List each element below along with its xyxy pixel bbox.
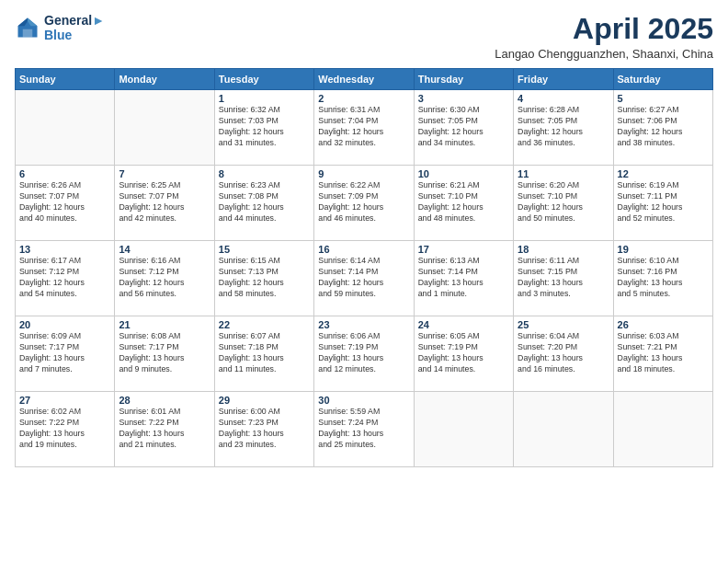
day-number: 7 [119, 168, 210, 179]
col-saturday: Saturday [613, 69, 712, 90]
table-row: 28Sunrise: 6:01 AM Sunset: 7:22 PM Dayli… [115, 392, 214, 467]
table-row: 30Sunrise: 5:59 AM Sunset: 7:24 PM Dayli… [314, 392, 414, 467]
table-row: 19Sunrise: 6:10 AM Sunset: 7:16 PM Dayli… [613, 241, 712, 316]
month-title: April 2025 [495, 13, 713, 45]
table-row: 12Sunrise: 6:19 AM Sunset: 7:11 PM Dayli… [613, 166, 712, 241]
day-number: 21 [119, 319, 210, 330]
day-info: Sunrise: 6:27 AM Sunset: 7:06 PM Dayligh… [618, 105, 709, 149]
calendar-week-1: 1Sunrise: 6:32 AM Sunset: 7:03 PM Daylig… [16, 90, 713, 166]
day-number: 10 [418, 168, 509, 179]
table-row [613, 392, 712, 467]
table-row: 7Sunrise: 6:25 AM Sunset: 7:07 PM Daylig… [115, 166, 214, 241]
table-row: 9Sunrise: 6:22 AM Sunset: 7:09 PM Daylig… [314, 166, 414, 241]
day-number: 9 [318, 168, 409, 179]
day-info: Sunrise: 6:05 AM Sunset: 7:19 PM Dayligh… [418, 331, 509, 375]
table-row: 13Sunrise: 6:17 AM Sunset: 7:12 PM Dayli… [16, 241, 115, 316]
day-number: 23 [318, 319, 409, 330]
day-info: Sunrise: 6:23 AM Sunset: 7:08 PM Dayligh… [219, 180, 310, 224]
day-number: 8 [219, 168, 310, 179]
table-row [115, 90, 214, 166]
table-row: 16Sunrise: 6:14 AM Sunset: 7:14 PM Dayli… [314, 241, 414, 316]
location: Langao Chengguanzhen, Shaanxi, China [495, 47, 713, 61]
day-info: Sunrise: 6:30 AM Sunset: 7:05 PM Dayligh… [418, 105, 509, 149]
day-number: 16 [318, 244, 409, 255]
day-number: 4 [518, 93, 609, 104]
table-row: 4Sunrise: 6:28 AM Sunset: 7:05 PM Daylig… [514, 90, 613, 166]
day-info: Sunrise: 6:19 AM Sunset: 7:11 PM Dayligh… [618, 180, 709, 224]
day-info: Sunrise: 6:21 AM Sunset: 7:10 PM Dayligh… [418, 180, 509, 224]
table-row: 3Sunrise: 6:30 AM Sunset: 7:05 PM Daylig… [414, 90, 513, 166]
day-number: 13 [19, 244, 110, 255]
day-info: Sunrise: 6:11 AM Sunset: 7:15 PM Dayligh… [518, 256, 609, 300]
table-row: 29Sunrise: 6:00 AM Sunset: 7:23 PM Dayli… [214, 392, 313, 467]
table-row [16, 90, 115, 166]
table-row: 24Sunrise: 6:05 AM Sunset: 7:19 PM Dayli… [414, 316, 513, 392]
page: General► Blue April 2025 Langao Chenggua… [0, 0, 728, 563]
calendar-week-3: 13Sunrise: 6:17 AM Sunset: 7:12 PM Dayli… [16, 241, 713, 316]
day-number: 6 [19, 168, 110, 179]
header: General► Blue April 2025 Langao Chenggua… [15, 13, 713, 61]
calendar-week-4: 20Sunrise: 6:09 AM Sunset: 7:17 PM Dayli… [16, 316, 713, 392]
header-row: Sunday Monday Tuesday Wednesday Thursday… [16, 69, 713, 90]
day-info: Sunrise: 6:32 AM Sunset: 7:03 PM Dayligh… [219, 105, 310, 149]
col-monday: Monday [115, 69, 214, 90]
table-row: 25Sunrise: 6:04 AM Sunset: 7:20 PM Dayli… [514, 316, 613, 392]
table-row: 8Sunrise: 6:23 AM Sunset: 7:08 PM Daylig… [214, 166, 313, 241]
day-info: Sunrise: 6:25 AM Sunset: 7:07 PM Dayligh… [119, 180, 210, 224]
day-info: Sunrise: 6:00 AM Sunset: 7:23 PM Dayligh… [219, 407, 310, 451]
day-info: Sunrise: 6:09 AM Sunset: 7:17 PM Dayligh… [19, 331, 110, 375]
logo: General► Blue [15, 13, 105, 42]
day-info: Sunrise: 6:08 AM Sunset: 7:17 PM Dayligh… [119, 331, 210, 375]
day-info: Sunrise: 6:10 AM Sunset: 7:16 PM Dayligh… [618, 256, 709, 300]
table-row: 15Sunrise: 6:15 AM Sunset: 7:13 PM Dayli… [214, 241, 313, 316]
table-row [414, 392, 513, 467]
day-info: Sunrise: 6:01 AM Sunset: 7:22 PM Dayligh… [119, 407, 210, 451]
day-info: Sunrise: 6:26 AM Sunset: 7:07 PM Dayligh… [19, 180, 110, 224]
col-friday: Friday [514, 69, 613, 90]
day-info: Sunrise: 6:28 AM Sunset: 7:05 PM Dayligh… [518, 105, 609, 149]
table-row: 6Sunrise: 6:26 AM Sunset: 7:07 PM Daylig… [16, 166, 115, 241]
col-sunday: Sunday [16, 69, 115, 90]
day-number: 17 [418, 244, 509, 255]
day-number: 29 [219, 395, 310, 406]
title-block: April 2025 Langao Chengguanzhen, Shaanxi… [495, 13, 713, 61]
calendar-week-5: 27Sunrise: 6:02 AM Sunset: 7:22 PM Dayli… [16, 392, 713, 467]
day-number: 15 [219, 244, 310, 255]
table-row: 10Sunrise: 6:21 AM Sunset: 7:10 PM Dayli… [414, 166, 513, 241]
day-number: 27 [19, 395, 110, 406]
day-info: Sunrise: 6:16 AM Sunset: 7:12 PM Dayligh… [119, 256, 210, 300]
table-row: 21Sunrise: 6:08 AM Sunset: 7:17 PM Dayli… [115, 316, 214, 392]
calendar: Sunday Monday Tuesday Wednesday Thursday… [15, 68, 713, 467]
day-info: Sunrise: 6:31 AM Sunset: 7:04 PM Dayligh… [318, 105, 409, 149]
table-row: 26Sunrise: 6:03 AM Sunset: 7:21 PM Dayli… [613, 316, 712, 392]
day-number: 30 [318, 395, 409, 406]
day-info: Sunrise: 6:15 AM Sunset: 7:13 PM Dayligh… [219, 256, 310, 300]
table-row: 14Sunrise: 6:16 AM Sunset: 7:12 PM Dayli… [115, 241, 214, 316]
day-number: 20 [19, 319, 110, 330]
table-row: 1Sunrise: 6:32 AM Sunset: 7:03 PM Daylig… [214, 90, 313, 166]
table-row: 2Sunrise: 6:31 AM Sunset: 7:04 PM Daylig… [314, 90, 414, 166]
table-row: 17Sunrise: 6:13 AM Sunset: 7:14 PM Dayli… [414, 241, 513, 316]
day-number: 3 [418, 93, 509, 104]
day-number: 26 [618, 319, 709, 330]
day-info: Sunrise: 6:13 AM Sunset: 7:14 PM Dayligh… [418, 256, 509, 300]
day-number: 5 [618, 93, 709, 104]
day-number: 24 [418, 319, 509, 330]
table-row: 20Sunrise: 6:09 AM Sunset: 7:17 PM Dayli… [16, 316, 115, 392]
day-info: Sunrise: 6:07 AM Sunset: 7:18 PM Dayligh… [219, 331, 310, 375]
col-wednesday: Wednesday [314, 69, 414, 90]
day-number: 18 [518, 244, 609, 255]
day-number: 2 [318, 93, 409, 104]
day-info: Sunrise: 5:59 AM Sunset: 7:24 PM Dayligh… [318, 407, 409, 451]
day-info: Sunrise: 6:06 AM Sunset: 7:19 PM Dayligh… [318, 331, 409, 375]
col-tuesday: Tuesday [214, 69, 313, 90]
day-number: 22 [219, 319, 310, 330]
table-row: 27Sunrise: 6:02 AM Sunset: 7:22 PM Dayli… [16, 392, 115, 467]
col-thursday: Thursday [414, 69, 513, 90]
day-number: 11 [518, 168, 609, 179]
day-info: Sunrise: 6:22 AM Sunset: 7:09 PM Dayligh… [318, 180, 409, 224]
table-row: 5Sunrise: 6:27 AM Sunset: 7:06 PM Daylig… [613, 90, 712, 166]
table-row: 18Sunrise: 6:11 AM Sunset: 7:15 PM Dayli… [514, 241, 613, 316]
logo-icon [15, 15, 40, 40]
day-info: Sunrise: 6:17 AM Sunset: 7:12 PM Dayligh… [19, 256, 110, 300]
